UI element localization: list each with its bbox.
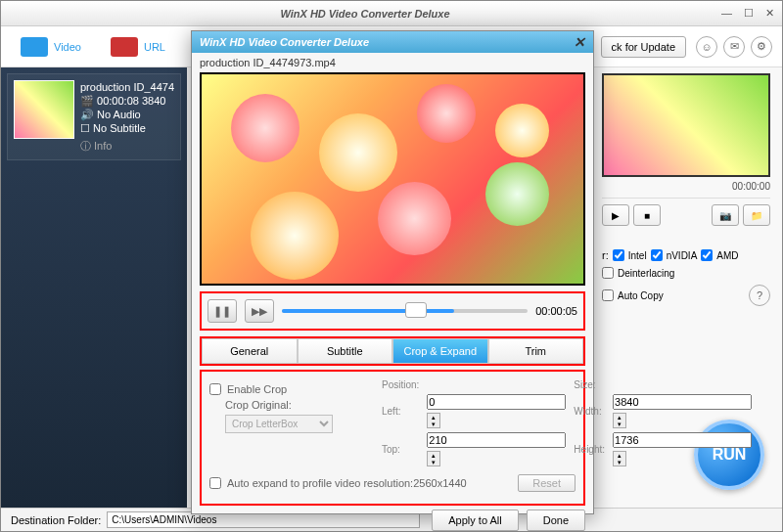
current-time: 00:00:05 <box>535 305 577 317</box>
preview-play-button[interactable]: ▶ <box>602 204 629 226</box>
dest-folder-label: Destination Folder: <box>11 514 101 526</box>
options-panel: r: Intel nVIDIA AMD Deinterlacing Auto C… <box>602 244 770 312</box>
preview-image <box>602 73 770 177</box>
tab-crop-expand[interactable]: Crop & Expand <box>392 338 488 364</box>
pause-button[interactable]: ❚❚ <box>207 299 237 323</box>
apply-all-button[interactable]: Apply to All <box>432 510 518 531</box>
tab-general[interactable]: General <box>202 338 298 364</box>
file-meta: production ID_4474 🎬 00:00:08 3840 🔊 No … <box>80 80 174 154</box>
youtube-icon <box>111 37 138 57</box>
window-title: WinX HD Video Converter Deluxe <box>9 8 721 20</box>
dialog-video-preview <box>200 72 585 286</box>
done-button[interactable]: Done <box>527 510 585 531</box>
spin-down[interactable]: ▾ <box>614 421 625 427</box>
tab-trim[interactable]: Trim <box>488 338 584 364</box>
spin-down[interactable]: ▾ <box>614 459 625 466</box>
titlebar: WinX HD Video Converter Deluxe — ☐ ✕ <box>1 1 782 26</box>
crop-top-input[interactable] <box>427 432 566 448</box>
tab-subtitle[interactable]: Subtitle <box>298 338 393 364</box>
enable-crop-label: Enable Crop <box>227 383 287 395</box>
minimize-button[interactable]: — <box>721 7 732 20</box>
spin-up[interactable]: ▴ <box>428 452 439 459</box>
file-list-sidebar: production ID_4474 🎬 00:00:08 3840 🔊 No … <box>1 67 187 510</box>
deinterlacing-checkbox[interactable] <box>602 267 614 279</box>
video-thumbnail <box>14 80 74 139</box>
crop-width-input[interactable] <box>613 394 752 410</box>
dialog-title: WinX HD Video Converter Deluxe <box>200 36 369 48</box>
auto-expand-label: Auto expand to profile video resolution:… <box>227 477 467 489</box>
crop-section: Enable Crop Crop Original: Crop LetterBo… <box>200 370 585 506</box>
preview-panel: 00:00:00 ▶ ■ 📷 📁 <box>602 73 770 226</box>
url-label: URL <box>144 41 165 53</box>
open-folder-button[interactable]: 📁 <box>743 204 770 226</box>
auto-expand-checkbox[interactable] <box>209 477 221 489</box>
slider-handle[interactable] <box>405 302 427 318</box>
forward-button[interactable]: ▶▶ <box>245 299 274 323</box>
spin-up[interactable]: ▴ <box>428 414 439 421</box>
maximize-button[interactable]: ☐ <box>744 7 754 20</box>
crop-original-label: Crop Original: <box>225 399 292 411</box>
file-list-item[interactable]: production ID_4474 🎬 00:00:08 3840 🔊 No … <box>7 73 181 160</box>
settings-icon[interactable]: ⚙ <box>751 36 772 58</box>
spin-up[interactable]: ▴ <box>614 452 625 459</box>
preview-stop-button[interactable]: ■ <box>633 204 661 226</box>
spin-up[interactable]: ▴ <box>614 414 625 421</box>
hw-label: r: <box>602 249 609 261</box>
reset-button[interactable]: Reset <box>518 474 576 492</box>
help-icon[interactable]: ? <box>749 285 770 306</box>
check-update-button[interactable]: ck for Update <box>601 36 686 58</box>
enable-crop-checkbox[interactable] <box>209 383 221 395</box>
dialog-filename: production ID_4474973.mp4 <box>192 53 593 72</box>
crop-height-input[interactable] <box>613 432 752 448</box>
amd-checkbox[interactable] <box>701 249 713 261</box>
spin-down[interactable]: ▾ <box>428 459 439 466</box>
player-controls: ❚❚ ▶▶ 00:00:05 <box>200 291 585 331</box>
crop-original-select[interactable]: Crop LetterBox <box>225 415 333 433</box>
snapshot-button[interactable]: 📷 <box>712 204 739 226</box>
close-button[interactable]: ✕ <box>765 7 774 20</box>
add-url-button[interactable]: URL <box>101 33 175 61</box>
crop-left-input[interactable] <box>427 394 566 410</box>
edit-dialog: WinX HD Video Converter Deluxe ✕ product… <box>191 30 594 514</box>
dialog-titlebar: WinX HD Video Converter Deluxe ✕ <box>192 31 593 53</box>
user-icon[interactable]: ☺ <box>696 36 717 58</box>
mail-icon[interactable]: ✉ <box>723 36 745 58</box>
spin-down[interactable]: ▾ <box>428 421 439 427</box>
preview-time: 00:00:00 <box>602 181 770 192</box>
add-video-button[interactable]: Video <box>11 33 91 61</box>
dialog-close-button[interactable]: ✕ <box>574 34 585 50</box>
video-label: Video <box>54 41 81 53</box>
autocopy-checkbox[interactable] <box>602 289 614 301</box>
video-plus-icon <box>21 37 48 57</box>
main-window: WinX HD Video Converter Deluxe — ☐ ✕ Vid… <box>0 0 783 532</box>
edit-tabs: General Subtitle Crop & Expand Trim <box>200 336 585 366</box>
intel-checkbox[interactable] <box>613 249 624 261</box>
info-button[interactable]: ⓘ Info <box>80 139 174 154</box>
nvidia-checkbox[interactable] <box>651 249 663 261</box>
seek-slider[interactable] <box>282 309 528 313</box>
